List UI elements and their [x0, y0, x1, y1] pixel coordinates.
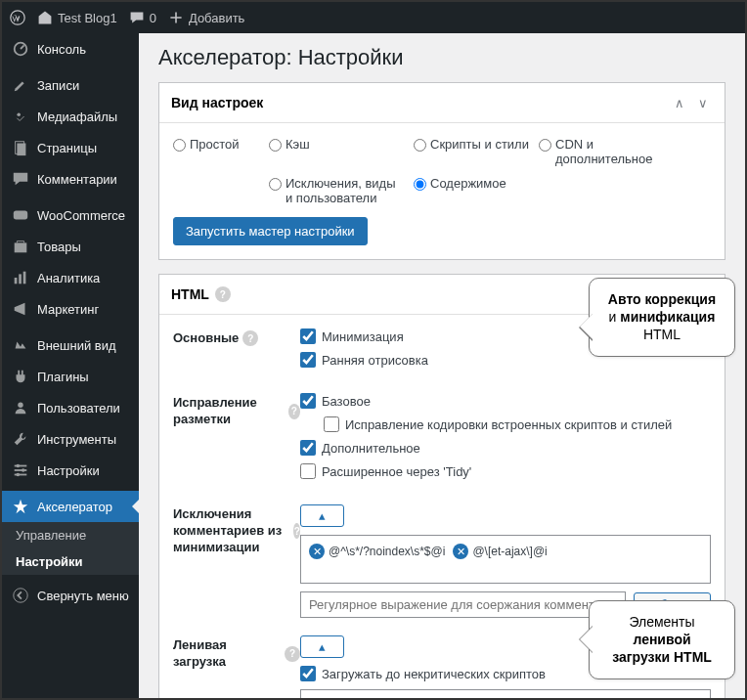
- sidebar-label: Консоль: [37, 42, 86, 57]
- add-new[interactable]: Добавить: [168, 10, 244, 25]
- submenu-manage[interactable]: Управление: [2, 522, 139, 548]
- svg-point-17: [14, 589, 27, 602]
- panel-view: Вид настроек ∧ ∨ Простой Кэш Скрипты и с…: [158, 82, 725, 260]
- remove-tag-icon[interactable]: ✕: [309, 544, 325, 559]
- chk-encoding[interactable]: Исправление кодировки встроенных скрипто…: [324, 416, 711, 432]
- sidebar-item-marketing[interactable]: Маркетинг: [2, 293, 139, 325]
- radio-label: Простой: [190, 137, 240, 152]
- tags-box: ✕@^\s*/?noindex\s*$@i ✕@\[et-ajax\]@i: [300, 535, 711, 584]
- panel-title: Вид настроек: [171, 95, 263, 110]
- page-title: Акселератор: Настройки: [158, 45, 725, 70]
- radio-exclusions[interactable]: Исключения, виды и пользователи: [269, 176, 406, 205]
- callout-text: минификация: [620, 309, 715, 325]
- collapse-button[interactable]: ▴: [300, 504, 344, 527]
- sidebar-item-media[interactable]: Медиафайлы: [2, 101, 139, 132]
- sidebar-label: Медиафайлы: [37, 109, 117, 124]
- remove-tag-icon[interactable]: ✕: [453, 544, 468, 559]
- sidebar-label: Аналитика: [37, 271, 100, 285]
- radio-label: Скрипты и стили: [430, 137, 529, 152]
- panel-header: Вид настроек ∧ ∨: [159, 83, 725, 123]
- help-icon[interactable]: ?: [215, 286, 231, 302]
- tag-item: ✕@\[et-ajax\]@i: [453, 544, 547, 559]
- chk-extra[interactable]: Дополнительное: [300, 440, 711, 456]
- radio-scripts[interactable]: Скрипты и стили: [414, 137, 531, 166]
- submenu-settings[interactable]: Настройки: [2, 548, 139, 575]
- radio-cache[interactable]: Кэш: [269, 137, 406, 166]
- radio-simple[interactable]: Простой: [173, 137, 261, 166]
- svg-point-14: [17, 464, 21, 468]
- wp-logo[interactable]: [10, 10, 25, 25]
- admin-sidebar: Консоль Записи Медиафайлы Страницы Комме…: [2, 33, 139, 698]
- sidebar-item-analytics[interactable]: Аналитика: [2, 262, 139, 293]
- sidebar-label: Товары: [37, 240, 81, 254]
- row-label-fix: Исправление разметки?: [173, 393, 300, 428]
- sidebar-label: WooCommerce: [37, 208, 125, 223]
- sidebar-label: Инструменты: [37, 432, 116, 447]
- svg-point-0: [11, 11, 24, 24]
- collapse-label: Свернуть меню: [37, 589, 129, 603]
- chk-label: Минимизация: [322, 329, 404, 344]
- help-icon[interactable]: ?: [293, 523, 300, 539]
- add-label: Добавить: [189, 11, 244, 25]
- chk-label: Расширенное через 'Tidy': [322, 464, 471, 479]
- svg-rect-4: [17, 144, 25, 156]
- lazy-tags-box: [300, 689, 711, 698]
- chk-label: Исправление кодировки встроенных скрипто…: [345, 417, 672, 432]
- sidebar-item-console[interactable]: Консоль: [2, 33, 139, 65]
- sidebar-item-users[interactable]: Пользователи: [2, 392, 139, 423]
- svg-point-15: [22, 468, 25, 472]
- chk-tidy[interactable]: Расширенное через 'Tidy': [300, 463, 711, 479]
- sidebar-label: Акселератор: [37, 500, 112, 514]
- callout-minification: Авто коррекция и минификация HTML: [589, 278, 735, 357]
- panel-collapse-icon[interactable]: ∧: [670, 93, 689, 112]
- site-link[interactable]: Test Blog1: [37, 10, 117, 25]
- sidebar-item-tools[interactable]: Инструменты: [2, 423, 139, 455]
- radio-cdn[interactable]: CDN и дополнительное: [539, 137, 656, 166]
- comments-count: 0: [150, 11, 156, 25]
- main-content: Акселератор: Настройки Вид настроек ∧ ∨ …: [139, 33, 745, 698]
- wizard-button[interactable]: Запустить мастер настройки: [173, 217, 368, 245]
- tag-text: @\[et-ajax\]@i: [472, 545, 547, 558]
- radio-label: Исключения, виды и пользователи: [286, 176, 406, 205]
- sidebar-label: Пользователи: [37, 401, 120, 416]
- sidebar-item-appearance[interactable]: Внешний вид: [2, 329, 139, 361]
- sidebar-label: Записи: [37, 78, 79, 93]
- row-label-basic: Основные?: [173, 328, 300, 347]
- sidebar-item-pages[interactable]: Страницы: [2, 132, 139, 163]
- callout-text: Элементы: [629, 614, 694, 630]
- chk-label: Ранняя отрисовка: [322, 353, 428, 368]
- sidebar-label: Страницы: [37, 141, 97, 155]
- help-icon[interactable]: ?: [242, 330, 258, 346]
- sidebar-item-settings[interactable]: Настройки: [2, 455, 139, 486]
- radio-label: Кэш: [286, 137, 310, 152]
- sidebar-item-products[interactable]: Товары: [2, 231, 139, 262]
- sidebar-label: Маркетинг: [37, 302, 99, 317]
- help-icon[interactable]: ?: [288, 404, 300, 419]
- row-label-lazy: Ленивая загрузка?: [173, 635, 300, 671]
- radio-content[interactable]: Содержимое: [414, 176, 531, 205]
- panel-expand-icon[interactable]: ∨: [693, 93, 713, 112]
- sidebar-label: Комментарии: [37, 172, 117, 187]
- chk-label: Загружать до некритических скриптов: [322, 667, 546, 681]
- svg-rect-7: [15, 278, 18, 284]
- sidebar-item-posts[interactable]: Записи: [2, 69, 139, 101]
- sidebar-item-woo[interactable]: WooCommerce: [2, 199, 139, 231]
- sidebar-collapse[interactable]: Свернуть меню: [2, 580, 139, 611]
- admin-topbar: Test Blog1 0 Добавить: [2, 2, 745, 33]
- sidebar-item-plugins[interactable]: Плагины: [2, 361, 139, 392]
- sidebar-item-comments[interactable]: Комментарии: [2, 163, 139, 195]
- panel-title: HTML?: [171, 286, 231, 302]
- help-icon[interactable]: ?: [285, 646, 300, 662]
- collapse-button[interactable]: ▴: [300, 635, 344, 658]
- sidebar-item-accelerator[interactable]: Акселератор: [2, 491, 139, 522]
- svg-rect-5: [14, 211, 27, 220]
- callout-text: Авто коррекция: [608, 291, 716, 307]
- comments-link[interactable]: 0: [129, 10, 156, 25]
- regex-input[interactable]: [300, 591, 626, 618]
- callout-text: и: [609, 309, 621, 325]
- svg-point-10: [18, 403, 22, 408]
- chk-base[interactable]: Базовое: [300, 393, 711, 409]
- chk-label: Дополнительное: [322, 441, 420, 456]
- svg-point-16: [17, 473, 21, 477]
- svg-rect-6: [15, 242, 27, 252]
